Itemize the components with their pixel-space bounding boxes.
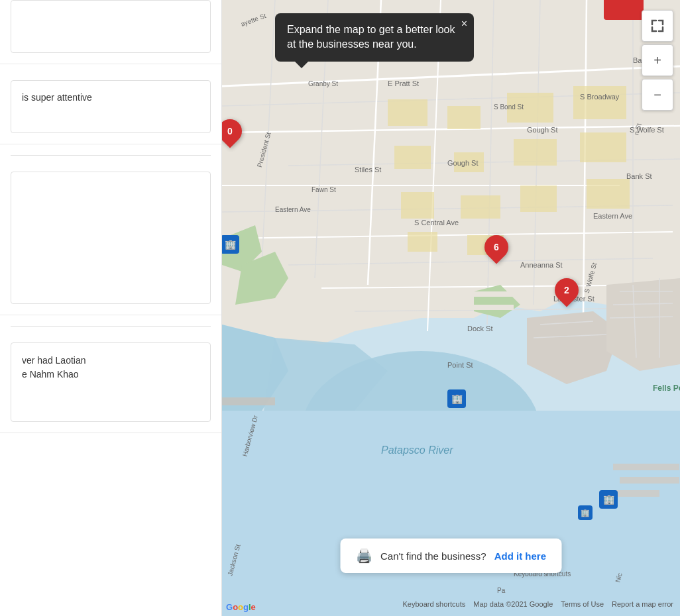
expand-icon [650,19,665,33]
review-card-inner-4: ver had Laotiane Nahm Khao [11,342,211,422]
svg-rect-51 [447,305,514,310]
svg-rect-26 [514,139,557,166]
review-card-inner-2: is super attentive [11,80,211,133]
zoom-out-button[interactable]: − [642,79,673,111]
svg-rect-27 [580,132,626,162]
zoom-out-icon: − [653,87,661,103]
zoom-in-icon: + [653,53,661,68]
review-card-inner-3 [11,172,211,304]
svg-text:Fells Po: Fells Po [653,384,680,393]
svg-text:S Central Ave: S Central Ave [414,219,459,227]
svg-rect-29 [461,195,500,219]
blue-marker-2[interactable]: 🏢 [447,389,466,408]
svg-text:E Pratt St: E Pratt St [388,79,419,87]
map-attribution-bar: Keyboard shortcuts Map data ©2021 Google… [222,597,680,611]
map-marker-0[interactable]: 0 [222,119,242,148]
svg-text:Dock St: Dock St [467,325,493,333]
svg-text:Pa: Pa [497,587,506,594]
svg-text:S Broadway: S Broadway [580,93,620,101]
map-marker-6[interactable]: 6 [484,235,508,264]
red-accent [604,0,644,20]
zoom-in-button[interactable]: + [642,44,673,76]
svg-text:Granby St: Granby St [308,80,338,87]
building-icon-1: 🏢 [225,239,236,250]
svg-text:Point St: Point St [447,361,473,369]
svg-rect-50 [447,291,514,297]
review-card-4: ver had Laotiane Nahm Khao [0,332,221,433]
svg-rect-28 [401,192,434,219]
svg-rect-32 [408,232,437,252]
building-icon-3: 🏢 [603,494,614,505]
review-card-3 [0,161,221,315]
marker-0-label: 0 [227,126,233,136]
svg-text:Stiles St: Stiles St [355,166,381,174]
svg-rect-23 [573,86,626,119]
svg-rect-20 [388,99,427,126]
svg-text:S Bond St: S Bond St [494,103,524,111]
blue-marker-4[interactable]: 🏢 [578,505,593,520]
svg-text:Anneanna St: Anneanna St [520,261,563,269]
svg-rect-24 [394,146,431,169]
svg-marker-44 [606,278,680,371]
map-marker-2[interactable]: 2 [555,278,579,307]
svg-rect-30 [520,185,557,212]
svg-rect-59 [222,411,680,616]
cant-find-text: Can't find the business? [380,550,486,562]
svg-text:Patapsco River: Patapsco River [381,444,453,456]
review-text-4: ver had Laotiane Nahm Khao [22,354,199,382]
tooltip-text: Expand the map to get a better look at t… [287,24,455,50]
review-text-2: is super attentive [22,91,199,105]
review-card-1 [0,0,221,64]
svg-text:Gough St: Gough St [447,159,478,167]
left-panel: is super attentive ver had Laotiane Nahm… [0,0,222,616]
expand-map-button[interactable] [642,10,673,42]
terms-of-use-link[interactable]: Terms of Use [561,600,604,608]
svg-text:Eastern Ave: Eastern Ave [275,206,311,213]
svg-text:Gough St: Gough St [527,126,557,134]
map-controls: + − [642,10,673,111]
report-map-error-link[interactable]: Report a map error [612,600,673,608]
building-icon-4: 🏢 [581,509,590,517]
svg-rect-60 [613,464,679,470]
blue-marker-3[interactable]: 🏢 [599,490,618,509]
map-background: Baltimore St E Pratt St ayette St Granby… [222,0,680,616]
add-it-here-link[interactable]: Add it here [494,550,546,562]
tooltip-close-button[interactable]: × [461,19,467,29]
cant-find-business-bar: 🖨️ Can't find the business? Add it here [340,539,562,573]
svg-text:Eastern Ave: Eastern Ave [593,212,632,220]
printer-icon: 🖨️ [356,548,372,564]
svg-text:Fawn St: Fawn St [312,186,336,193]
building-icon-2: 🏢 [451,393,463,404]
keyboard-shortcuts-link[interactable]: Keyboard shortcuts [402,600,465,608]
review-card-inner-1 [11,0,211,53]
blue-marker-1[interactable]: 🏢 [222,235,239,254]
marker-6-label: 6 [494,242,499,252]
svg-rect-31 [587,179,630,209]
svg-rect-61 [620,477,679,484]
svg-rect-52 [222,397,275,405]
review-card-2: is super attentive [0,70,221,144]
map-tooltip: × Expand the map to get a better look at… [275,13,474,62]
svg-rect-21 [447,106,481,129]
map-data-label: Map data ©2021 Google [473,600,553,608]
marker-2-label: 2 [564,285,569,295]
svg-text:Bank St: Bank St [626,172,652,180]
map-container[interactable]: Baltimore St E Pratt St ayette St Granby… [222,0,680,616]
